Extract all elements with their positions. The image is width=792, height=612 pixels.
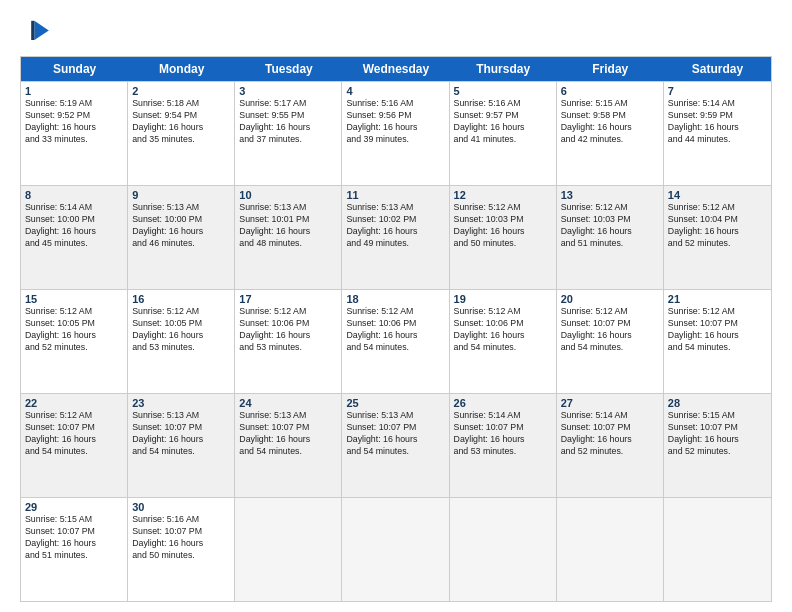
- day-info: Sunrise: 5:18 AMSunset: 9:54 PMDaylight:…: [132, 98, 230, 146]
- day-info: Sunrise: 5:16 AMSunset: 9:56 PMDaylight:…: [346, 98, 444, 146]
- logo-icon: [20, 16, 52, 48]
- calendar-week-5: 29Sunrise: 5:15 AMSunset: 10:07 PMDaylig…: [21, 497, 771, 601]
- calendar-cell: 12Sunrise: 5:12 AMSunset: 10:03 PMDaylig…: [450, 186, 557, 289]
- page: SundayMondayTuesdayWednesdayThursdayFrid…: [0, 0, 792, 612]
- calendar-cell: 1Sunrise: 5:19 AMSunset: 9:52 PMDaylight…: [21, 82, 128, 185]
- day-info: Sunrise: 5:13 AMSunset: 10:07 PMDaylight…: [239, 410, 337, 458]
- day-number: 5: [454, 85, 552, 97]
- calendar-cell: 6Sunrise: 5:15 AMSunset: 9:58 PMDaylight…: [557, 82, 664, 185]
- day-number: 22: [25, 397, 123, 409]
- day-info: Sunrise: 5:16 AMSunset: 9:57 PMDaylight:…: [454, 98, 552, 146]
- day-info: Sunrise: 5:12 AMSunset: 10:07 PMDaylight…: [25, 410, 123, 458]
- calendar-cell: 16Sunrise: 5:12 AMSunset: 10:05 PMDaylig…: [128, 290, 235, 393]
- day-info: Sunrise: 5:12 AMSunset: 10:06 PMDaylight…: [346, 306, 444, 354]
- day-number: 17: [239, 293, 337, 305]
- day-number: 1: [25, 85, 123, 97]
- day-number: 27: [561, 397, 659, 409]
- day-info: Sunrise: 5:12 AMSunset: 10:06 PMDaylight…: [454, 306, 552, 354]
- day-number: 8: [25, 189, 123, 201]
- day-number: 18: [346, 293, 444, 305]
- calendar-body: 1Sunrise: 5:19 AMSunset: 9:52 PMDaylight…: [21, 81, 771, 601]
- day-number: 11: [346, 189, 444, 201]
- day-info: Sunrise: 5:13 AMSunset: 10:07 PMDaylight…: [346, 410, 444, 458]
- day-info: Sunrise: 5:15 AMSunset: 10:07 PMDaylight…: [668, 410, 767, 458]
- calendar-cell: 29Sunrise: 5:15 AMSunset: 10:07 PMDaylig…: [21, 498, 128, 601]
- day-number: 21: [668, 293, 767, 305]
- calendar-cell: 5Sunrise: 5:16 AMSunset: 9:57 PMDaylight…: [450, 82, 557, 185]
- calendar: SundayMondayTuesdayWednesdayThursdayFrid…: [20, 56, 772, 602]
- calendar-cell: 25Sunrise: 5:13 AMSunset: 10:07 PMDaylig…: [342, 394, 449, 497]
- day-info: Sunrise: 5:12 AMSunset: 10:05 PMDaylight…: [25, 306, 123, 354]
- calendar-cell: 3Sunrise: 5:17 AMSunset: 9:55 PMDaylight…: [235, 82, 342, 185]
- calendar-cell: [664, 498, 771, 601]
- calendar-cell: [235, 498, 342, 601]
- calendar-cell: 26Sunrise: 5:14 AMSunset: 10:07 PMDaylig…: [450, 394, 557, 497]
- day-info: Sunrise: 5:12 AMSunset: 10:07 PMDaylight…: [561, 306, 659, 354]
- day-info: Sunrise: 5:13 AMSunset: 10:01 PMDaylight…: [239, 202, 337, 250]
- day-number: 9: [132, 189, 230, 201]
- calendar-cell: 8Sunrise: 5:14 AMSunset: 10:00 PMDayligh…: [21, 186, 128, 289]
- calendar-week-1: 1Sunrise: 5:19 AMSunset: 9:52 PMDaylight…: [21, 81, 771, 185]
- calendar-header: SundayMondayTuesdayWednesdayThursdayFrid…: [21, 57, 771, 81]
- header-day-thursday: Thursday: [450, 57, 557, 81]
- day-info: Sunrise: 5:16 AMSunset: 10:07 PMDaylight…: [132, 514, 230, 562]
- calendar-cell: 28Sunrise: 5:15 AMSunset: 10:07 PMDaylig…: [664, 394, 771, 497]
- calendar-week-4: 22Sunrise: 5:12 AMSunset: 10:07 PMDaylig…: [21, 393, 771, 497]
- day-number: 23: [132, 397, 230, 409]
- day-info: Sunrise: 5:12 AMSunset: 10:03 PMDaylight…: [561, 202, 659, 250]
- calendar-cell: 2Sunrise: 5:18 AMSunset: 9:54 PMDaylight…: [128, 82, 235, 185]
- calendar-cell: 21Sunrise: 5:12 AMSunset: 10:07 PMDaylig…: [664, 290, 771, 393]
- header-day-monday: Monday: [128, 57, 235, 81]
- calendar-week-3: 15Sunrise: 5:12 AMSunset: 10:05 PMDaylig…: [21, 289, 771, 393]
- day-info: Sunrise: 5:15 AMSunset: 9:58 PMDaylight:…: [561, 98, 659, 146]
- day-number: 16: [132, 293, 230, 305]
- day-number: 20: [561, 293, 659, 305]
- day-info: Sunrise: 5:14 AMSunset: 10:07 PMDaylight…: [561, 410, 659, 458]
- day-number: 14: [668, 189, 767, 201]
- calendar-cell: 7Sunrise: 5:14 AMSunset: 9:59 PMDaylight…: [664, 82, 771, 185]
- day-number: 19: [454, 293, 552, 305]
- day-info: Sunrise: 5:12 AMSunset: 10:06 PMDaylight…: [239, 306, 337, 354]
- day-number: 7: [668, 85, 767, 97]
- day-number: 13: [561, 189, 659, 201]
- calendar-cell: 27Sunrise: 5:14 AMSunset: 10:07 PMDaylig…: [557, 394, 664, 497]
- calendar-cell: [557, 498, 664, 601]
- calendar-cell: [450, 498, 557, 601]
- svg-rect-1: [31, 21, 34, 40]
- header-day-sunday: Sunday: [21, 57, 128, 81]
- day-info: Sunrise: 5:14 AMSunset: 10:07 PMDaylight…: [454, 410, 552, 458]
- day-info: Sunrise: 5:12 AMSunset: 10:05 PMDaylight…: [132, 306, 230, 354]
- day-number: 24: [239, 397, 337, 409]
- logo: [20, 16, 56, 48]
- calendar-cell: 10Sunrise: 5:13 AMSunset: 10:01 PMDaylig…: [235, 186, 342, 289]
- day-number: 3: [239, 85, 337, 97]
- svg-marker-0: [34, 21, 48, 40]
- calendar-cell: 9Sunrise: 5:13 AMSunset: 10:00 PMDayligh…: [128, 186, 235, 289]
- day-info: Sunrise: 5:12 AMSunset: 10:07 PMDaylight…: [668, 306, 767, 354]
- header-day-wednesday: Wednesday: [342, 57, 449, 81]
- header-day-saturday: Saturday: [664, 57, 771, 81]
- day-info: Sunrise: 5:14 AMSunset: 9:59 PMDaylight:…: [668, 98, 767, 146]
- header-day-tuesday: Tuesday: [235, 57, 342, 81]
- day-number: 25: [346, 397, 444, 409]
- calendar-cell: 15Sunrise: 5:12 AMSunset: 10:05 PMDaylig…: [21, 290, 128, 393]
- day-number: 28: [668, 397, 767, 409]
- calendar-cell: 19Sunrise: 5:12 AMSunset: 10:06 PMDaylig…: [450, 290, 557, 393]
- day-number: 29: [25, 501, 123, 513]
- calendar-cell: 30Sunrise: 5:16 AMSunset: 10:07 PMDaylig…: [128, 498, 235, 601]
- day-number: 12: [454, 189, 552, 201]
- day-info: Sunrise: 5:19 AMSunset: 9:52 PMDaylight:…: [25, 98, 123, 146]
- day-info: Sunrise: 5:12 AMSunset: 10:03 PMDaylight…: [454, 202, 552, 250]
- day-info: Sunrise: 5:12 AMSunset: 10:04 PMDaylight…: [668, 202, 767, 250]
- calendar-cell: 14Sunrise: 5:12 AMSunset: 10:04 PMDaylig…: [664, 186, 771, 289]
- calendar-cell: 22Sunrise: 5:12 AMSunset: 10:07 PMDaylig…: [21, 394, 128, 497]
- calendar-cell: 11Sunrise: 5:13 AMSunset: 10:02 PMDaylig…: [342, 186, 449, 289]
- day-info: Sunrise: 5:15 AMSunset: 10:07 PMDaylight…: [25, 514, 123, 562]
- day-info: Sunrise: 5:17 AMSunset: 9:55 PMDaylight:…: [239, 98, 337, 146]
- header: [20, 16, 772, 48]
- calendar-cell: 20Sunrise: 5:12 AMSunset: 10:07 PMDaylig…: [557, 290, 664, 393]
- day-number: 15: [25, 293, 123, 305]
- calendar-cell: [342, 498, 449, 601]
- calendar-cell: 23Sunrise: 5:13 AMSunset: 10:07 PMDaylig…: [128, 394, 235, 497]
- day-number: 2: [132, 85, 230, 97]
